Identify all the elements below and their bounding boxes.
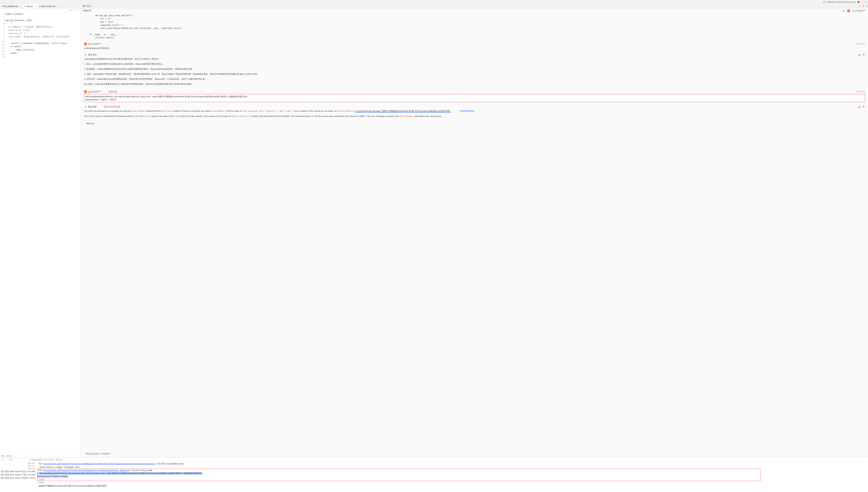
chat-expand-icon[interactable]: ⤢ [859,5,861,7]
chat-panel-title: 通义灵码 ⤢ ⚙ ⓘ [81,4,868,8]
test-row[interactable]: 283 ms [0,464,35,467]
run-config-icon[interactable]: ▶ [823,1,825,3]
bot-icon: ✦ [84,105,87,108]
msg-time: 今天 20:54 [856,90,865,93]
editor-pane: ▲ 4 ✓ 1 ^ 123456789101112131415 import j… [0,8,81,457]
run-config-label[interactable]: Unittests in test_address.py [826,1,852,3]
tabs-row: ●test_address.py× ●utils.py× ●test_coupo… [0,4,868,8]
filter-icon[interactable]: ⊘ [2,458,3,461]
user-message: d dt_971433**** 今天 20:52 unittest与pytest… [81,41,868,52]
code-content[interactable]: import jsonpath def get_value(dic, key):… [6,12,81,454]
annotation-label: 你的问题 [108,90,117,93]
breadcrumb[interactable]: get_value() [0,454,81,457]
tab-label: utils.py [26,5,33,7]
debug-icon[interactable]: 🐞 [857,1,860,3]
msg-user: dt_971433**** [88,43,101,45]
settings-icon[interactable]: ⚙ [10,458,12,461]
msg-bot-name: 通义灵码 [88,53,97,56]
close-icon[interactable]: × [57,5,58,7]
close-icon[interactable]: × [20,5,21,7]
test-row[interactable]: 283 ms [0,462,35,464]
msg-text: This code is used to assert that the exp… [84,114,865,118]
user-name: dt_971433**** [852,10,866,12]
annotation-label: "通义灵码"的答案 [104,105,120,108]
stop-icon[interactable]: ■ [865,1,866,3]
user-avatar[interactable]: d [847,9,850,12]
tab-label: test_address.py [3,5,19,7]
thumbs-up-icon[interactable]: 👍 [858,105,861,108]
msg-bot-name: 通义灵码 [88,105,97,108]
bot-message: ✦ 通义灵码 "通义灵码"的答案 👍👎 The code you provide… [81,104,868,128]
msg-text: unittest和pytest都是用于Python单元测试的测试框架，但它们之间… [84,57,865,61]
python-icon: ● [24,5,26,7]
msg-text: 4. 社区支持：unittest是Python的内置测试框架，因此有官方的支持和… [84,77,865,81]
error-question-box: self.assertEqual(checkResult, req.respon… [84,94,865,102]
chat-input[interactable] [84,451,865,456]
test-row[interactable]: 用户信息 [with name='李彦宏', tel=18663 ms [0,476,35,480]
highlighted-line: self.assertEqual(checkResult, req.respon… [37,472,202,474]
python-icon: ● [39,5,40,7]
msg-text: 2. 使用难度：unittest需要编写更多的代码来定义测试用例和进行断言，而p… [84,67,865,71]
sort-icon[interactable]: ↕ [5,459,6,461]
msg-text: unittest与pytest之间的区别 [84,47,109,49]
annotation-side-label: 代码报错的原因 [459,110,474,112]
assertion-error: AssertionError: '10000' != '40012' [37,475,68,477]
tab-label: test_coupon.py [41,5,55,7]
thumbs-down-icon[interactable]: 👎 [862,105,865,108]
chat-pane: 智能问答 ⊕ d dt_971433**** def test_get_valu… [81,8,868,457]
chat-tab-label[interactable]: 智能问答 [83,9,92,12]
chat-codeblock: def test_get_value_empty_dict(self): dic… [81,13,868,41]
tab-test-coupon[interactable]: ●test_coupon.py× [37,4,60,8]
run-icon[interactable]: ▶ [854,1,856,3]
tab-utils[interactable]: ●utils.py× [23,4,37,8]
user-message: d dt_971433**** 你的问题 今天 20:54 self.asser… [81,89,868,104]
regenerate-button[interactable]: 重新生成 [84,121,97,126]
bot-message: ✦ 通义灵码 👍👎 unittest和pytest都是用于Python单元测试的… [81,52,868,89]
chat-settings-icon[interactable]: ⚙ [862,5,864,7]
user-avatar: d [84,90,87,93]
error-line: self.assertEqual(checkResult, req.respon… [85,95,864,98]
code-editor[interactable]: 123456789101112131415 import jsonpath de… [0,12,81,454]
ide-topbar: ▶ Unittests in test_address.py ▶ 🐞 ⋮ ■ [0,0,868,4]
test-row[interactable]: 283 ms [0,467,35,470]
msg-time: 今天 20:52 [856,43,865,45]
warning-indicator[interactable]: ▲ 4 [69,9,72,11]
test-row[interactable]: 用户信息 [with name='丁磊', tel=1862166 ms [0,473,35,476]
thumbs-down-icon[interactable]: 👎 [862,53,865,56]
msg-text: 综上所述，unittest适合需要更多自定义功能和更严格控制的项目，而pytes… [84,82,865,86]
tab-test-address[interactable]: ●test_address.py× [0,4,23,8]
new-chat-icon[interactable]: ⊕ [842,9,845,12]
test-status: ● Tests failed: 3 of 3 tests – 283 ms [29,459,63,461]
bot-icon: ✦ [84,53,87,56]
error-line: AssertionError: '10000' != '40012' [85,98,864,101]
fail-icon: ● [29,459,30,461]
test-console[interactable]: File "/Users/angela-xie/PycharmProjects/… [35,462,868,492]
test-tree[interactable]: 283 ms 283 ms 283 ms 用户信息 [with name='马云… [0,462,35,492]
msg-text: 1. 语法：unittest使用类和方法的语法来定义测试用例，而pytest使用… [84,62,865,66]
fail-count: Tests failed: 3 [31,459,44,461]
chevron-indicator[interactable]: ^ [78,9,79,11]
file-link[interactable]: /Users/angela-xie/PycharmProjects/Learn/… [43,469,130,471]
bottom-panel: ⊘ ↕ ⤴ ⚙ ● Tests failed: 3 of 3 tests – 2… [0,457,868,492]
more-icon[interactable]: ⋮ [862,1,864,3]
check-indicator[interactable]: ✓ 1 [74,9,77,11]
export-icon[interactable]: ⤴ [7,459,9,461]
line-gutter: 123456789101112131415 [0,12,6,454]
msg-text: The code you provided is an example of u… [84,109,865,113]
python-icon: ● [2,5,3,7]
close-icon[interactable]: × [34,5,35,7]
file-link[interactable]: /Users/angela-xie/PycharmProjects/Learn/… [43,463,156,465]
test-summary: of 3 tests – 283 ms [45,459,62,461]
msg-text: 3. 功能：unittest提供了更多的功能，例如测试夹具、测试装饰器和测试 r… [84,72,865,76]
user-avatar: d [84,42,87,46]
thumbs-up-icon[interactable]: 👍 [858,53,861,56]
chat-info-icon[interactable]: ⓘ [866,5,868,7]
test-row[interactable]: 用户信息 [with name='马云', tel=1862154 ms [0,470,35,473]
msg-user: dt_971433**** [88,91,101,93]
